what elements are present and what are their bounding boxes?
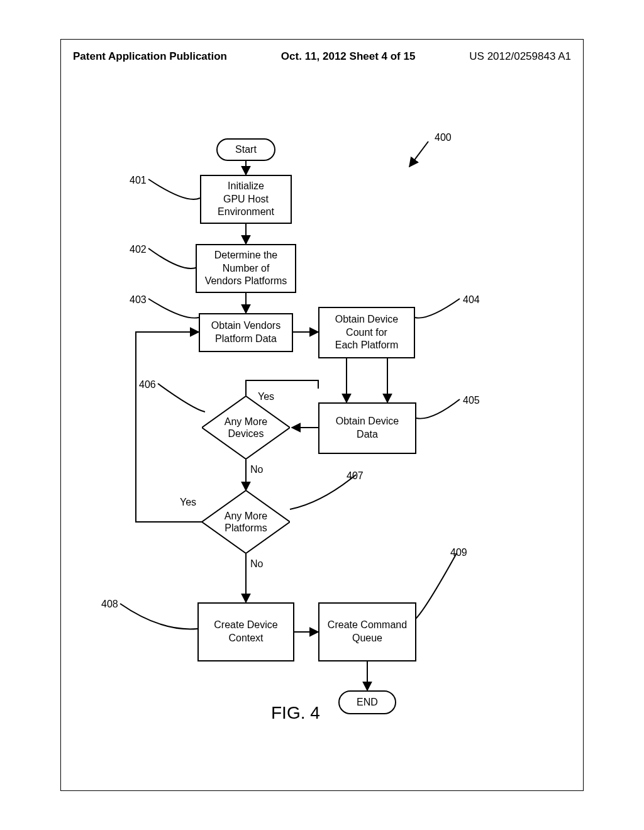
ref-405: 405: [463, 395, 480, 406]
header-docnum: US 2012/0259843 A1: [469, 50, 571, 63]
end-terminator: END: [338, 690, 396, 714]
node-404-label: Obtain Device Count for Each Platform: [335, 313, 399, 352]
ref-400: 400: [435, 132, 452, 143]
page-header: Patent Application Publication Oct. 11, …: [60, 50, 584, 63]
edge-407-yes: Yes: [180, 497, 196, 508]
node-402: Determine the Number of Vendors Platform…: [196, 244, 296, 293]
node-409: Create Command Queue: [318, 602, 416, 661]
flowchart-canvas: Start Initialize GPU Host Environment De…: [60, 69, 584, 791]
ref-407: 407: [347, 470, 364, 482]
ref-403: 403: [130, 294, 147, 306]
node-403: Obtain Vendors Platform Data: [199, 313, 293, 352]
ref-401: 401: [130, 175, 147, 186]
node-401: Initialize GPU Host Environment: [200, 175, 292, 224]
end-label: END: [357, 697, 378, 708]
figure-label: FIG. 4: [271, 703, 320, 723]
start-terminator: Start: [216, 138, 275, 161]
ref-406: 406: [139, 379, 156, 390]
ref-402: 402: [130, 244, 147, 255]
header-publication: Patent Application Publication: [73, 50, 227, 63]
edge-406-no: No: [250, 464, 263, 475]
decision-406-label: Any More Devices: [202, 396, 290, 459]
node-404: Obtain Device Count for Each Platform: [318, 307, 415, 358]
node-409-label: Create Command Queue: [328, 619, 407, 645]
ref-409: 409: [450, 547, 467, 558]
edge-406-yes: Yes: [258, 391, 274, 402]
node-408-label: Create Device Context: [214, 619, 277, 645]
node-402-label: Determine the Number of Vendors Platform…: [205, 249, 287, 288]
ref-404: 404: [463, 294, 480, 306]
decision-407: Any More Platforms: [202, 490, 290, 553]
node-408: Create Device Context: [197, 602, 294, 661]
start-label: Start: [235, 144, 257, 155]
edge-407-no: No: [250, 558, 263, 570]
node-405-label: Obtain Device Data: [336, 415, 399, 441]
svg-line-10: [409, 141, 428, 167]
node-405: Obtain Device Data: [318, 402, 416, 454]
node-403-label: Obtain Vendors Platform Data: [211, 319, 280, 346]
decision-407-label: Any More Platforms: [202, 490, 290, 553]
decision-406: Any More Devices: [202, 396, 290, 459]
ref-408: 408: [101, 599, 118, 610]
header-sheet: Oct. 11, 2012 Sheet 4 of 15: [281, 50, 416, 63]
node-401-label: Initialize GPU Host Environment: [218, 180, 274, 219]
